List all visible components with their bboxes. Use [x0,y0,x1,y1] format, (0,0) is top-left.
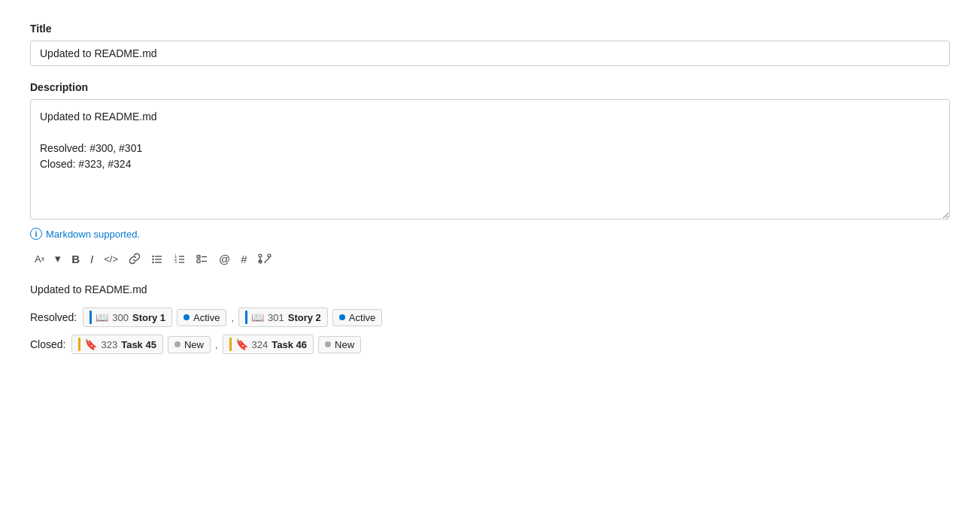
work-item-chip-301[interactable]: 📖 301 Story 2 [238,308,328,327]
mention-button[interactable]: @ [214,250,235,268]
info-icon: i [30,228,42,240]
work-item-chip-300[interactable]: 📖 300 Story 1 [83,308,172,327]
item-title-324: Task 46 [272,339,307,350]
status-dot-300 [184,314,190,320]
svg-point-18 [268,254,271,257]
status-text-323: New [184,339,204,350]
task-list-button[interactable] [192,250,213,268]
item-bar-323 [78,338,80,351]
bold-button[interactable]: B [67,250,84,268]
item-number-324: 324 [252,339,269,350]
item-bar-324 [229,338,232,351]
task-icon-323: 🔖 [84,338,97,350]
status-badge-324: New [318,336,361,353]
item-bar-301 [245,311,247,324]
item-number-300: 300 [112,312,129,323]
description-textarea[interactable]: Updated to README.md Resolved: #300, #30… [30,99,950,220]
status-dot-324 [325,341,331,347]
status-text-300: Active [193,312,220,323]
separator-2: , [215,339,218,350]
item-title-301: Story 2 [288,312,321,323]
svg-text:3.: 3. [174,259,177,264]
item-number-301: 301 [268,312,284,323]
status-dot-323 [174,341,181,347]
status-badge-300: Active [177,309,226,326]
item-bar-300 [90,311,92,324]
format-text-button[interactable]: Ax [30,250,49,268]
item-number-323: 323 [101,339,117,350]
ordered-list-button[interactable]: 1.2.3. [169,250,190,268]
status-dot-301 [339,314,345,320]
markdown-note-text: Markdown supported. [46,229,140,240]
hashtag-button[interactable]: # [236,250,251,268]
title-input[interactable] [30,41,950,66]
unordered-list-button[interactable] [147,250,168,268]
status-text-324: New [335,339,354,350]
item-title-323: Task 45 [121,339,156,350]
format-dropdown-button[interactable]: ▾ [50,249,65,268]
status-badge-323: New [168,336,211,353]
svg-point-1 [152,259,153,260]
svg-point-2 [152,262,153,263]
status-text-301: Active [349,312,375,323]
work-item-chip-323[interactable]: 🔖 323 Task 45 [71,335,162,354]
preview-text: Updated to README.md [30,283,950,295]
separator-1: , [231,312,234,323]
svg-rect-13 [197,260,200,263]
story-icon-301: 📖 [251,311,264,323]
pr-button[interactable] [253,250,276,268]
item-title-300: Story 1 [132,312,165,323]
title-label: Title [30,23,950,35]
description-label: Description [30,81,950,93]
svg-point-0 [152,256,153,257]
link-button[interactable] [124,250,145,268]
resolved-row: Resolved: 📖 300 Story 1 Active , 📖 301 S… [30,308,950,327]
formatting-toolbar: Ax ▾ B I </> 1.2.3. @ # [30,246,950,271]
italic-button[interactable]: I [86,250,98,268]
svg-point-16 [259,254,262,257]
markdown-note: i Markdown supported. [30,228,950,240]
status-badge-301: Active [332,309,382,326]
resolved-label: Resolved: [30,311,77,323]
story-icon-300: 📖 [96,311,108,323]
code-button[interactable]: </> [99,250,123,268]
work-item-chip-324[interactable]: 🔖 324 Task 46 [223,335,314,354]
closed-label: Closed: [30,338,65,350]
closed-row: Closed: 🔖 323 Task 45 New , 🔖 324 Task 4… [30,335,950,354]
task-icon-324: 🔖 [235,338,248,350]
work-items-section: Resolved: 📖 300 Story 1 Active , 📖 301 S… [30,308,950,354]
